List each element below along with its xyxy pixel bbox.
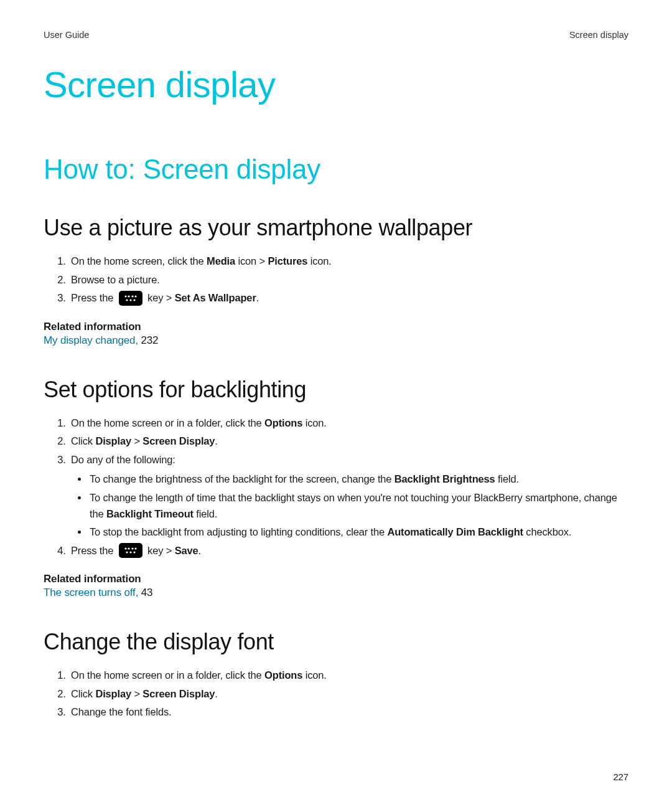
link-my-display-changed[interactable]: My display changed, bbox=[44, 334, 138, 346]
list-item: Press the key > Set As Wallpaper. bbox=[68, 290, 628, 307]
ui-ref-pictures: Pictures bbox=[268, 255, 307, 267]
ui-ref-options: Options bbox=[264, 417, 302, 428]
step-text: Press the bbox=[71, 545, 116, 556]
svg-point-5 bbox=[129, 299, 131, 301]
steps-list-display-font: On the home screen or in a folder, click… bbox=[44, 668, 628, 720]
svg-point-2 bbox=[131, 295, 133, 297]
ui-ref-screen-display: Screen Display bbox=[142, 435, 215, 446]
step-text: Click bbox=[71, 435, 95, 446]
step-text: On the home screen or in a folder, click… bbox=[71, 417, 264, 428]
svg-point-8 bbox=[128, 548, 129, 550]
step-text: key > bbox=[145, 292, 175, 303]
list-item: To change the length of time that the ba… bbox=[88, 490, 628, 522]
list-item: On the home screen or in a folder, click… bbox=[68, 668, 628, 684]
related-line: The screen turns off, 43 bbox=[44, 587, 628, 599]
step-text: . bbox=[215, 435, 217, 446]
svg-point-0 bbox=[124, 295, 126, 297]
step-text: > bbox=[131, 688, 142, 699]
page-number: 227 bbox=[613, 772, 628, 782]
list-item: Do any of the following: To change the b… bbox=[68, 452, 628, 540]
header-right: Screen display bbox=[569, 30, 628, 40]
running-header: User Guide Screen display bbox=[44, 30, 628, 40]
svg-point-7 bbox=[124, 548, 126, 550]
list-item: To change the brightness of the backligh… bbox=[88, 471, 628, 488]
blackberry-key-icon bbox=[119, 543, 142, 558]
step-text: icon. bbox=[302, 417, 326, 428]
step-text: icon > bbox=[235, 255, 268, 267]
svg-point-1 bbox=[128, 295, 129, 297]
step-text: . bbox=[215, 688, 217, 699]
step-text: . bbox=[198, 545, 201, 556]
related-line: My display changed, 232 bbox=[44, 334, 628, 347]
svg-point-10 bbox=[134, 548, 136, 550]
step-text: key > bbox=[145, 545, 175, 556]
header-left: User Guide bbox=[44, 30, 89, 40]
related-info-heading: Related information bbox=[44, 573, 628, 585]
step-text: . bbox=[256, 292, 259, 303]
section-heading: How to: Screen display bbox=[44, 154, 628, 185]
svg-point-13 bbox=[133, 552, 135, 554]
related-page-number: 232 bbox=[138, 334, 158, 346]
ui-ref-auto-dim-backlight: Automatically Dim Backlight bbox=[387, 526, 523, 537]
list-item: Click Display > Screen Display. bbox=[68, 433, 628, 450]
ui-ref-set-as-wallpaper: Set As Wallpaper bbox=[175, 292, 256, 303]
ui-ref-media: Media bbox=[207, 255, 235, 267]
step-text: Click bbox=[71, 688, 95, 699]
step-text: checkbox. bbox=[523, 526, 571, 537]
list-item: To stop the backlight from adjusting to … bbox=[88, 524, 628, 540]
step-text: Press the bbox=[71, 292, 116, 303]
step-text: field. bbox=[194, 508, 217, 519]
svg-point-4 bbox=[126, 299, 128, 301]
ui-ref-display: Display bbox=[95, 435, 131, 446]
related-page-number: 43 bbox=[138, 587, 152, 598]
link-screen-turns-off[interactable]: The screen turns off, bbox=[44, 587, 138, 598]
step-text: field. bbox=[495, 473, 519, 484]
ui-ref-display: Display bbox=[95, 688, 131, 699]
ui-ref-screen-display: Screen Display bbox=[142, 688, 215, 699]
list-item: Press the key > Save. bbox=[68, 543, 628, 560]
step-text: On the home screen, click the bbox=[71, 255, 207, 267]
topic-heading-wallpaper: Use a picture as your smartphone wallpap… bbox=[44, 215, 628, 241]
list-item: On the home screen, click the Media icon… bbox=[68, 253, 628, 270]
ui-ref-options: Options bbox=[264, 669, 302, 681]
ui-ref-save: Save bbox=[175, 545, 198, 556]
list-item: Click Display > Screen Display. bbox=[68, 686, 628, 702]
step-text: > bbox=[131, 435, 142, 446]
step-text: Do any of the following: bbox=[71, 454, 175, 465]
steps-list-wallpaper: On the home screen, click the Media icon… bbox=[44, 253, 628, 307]
ui-ref-backlight-timeout: Backlight Timeout bbox=[106, 508, 194, 519]
topic-heading-backlighting: Set options for backlighting bbox=[44, 377, 628, 403]
list-item: Browse to a picture. bbox=[68, 272, 628, 288]
step-text: icon. bbox=[302, 669, 326, 681]
svg-point-6 bbox=[133, 299, 135, 301]
list-item: On the home screen or in a folder, click… bbox=[68, 415, 628, 432]
bullet-list: To change the brightness of the backligh… bbox=[71, 471, 628, 540]
steps-list-backlighting: On the home screen or in a folder, click… bbox=[44, 415, 628, 560]
step-text: To stop the backlight from adjusting to … bbox=[90, 526, 387, 537]
svg-point-3 bbox=[134, 295, 136, 297]
blackberry-key-icon bbox=[119, 291, 142, 306]
related-info-heading: Related information bbox=[44, 321, 628, 333]
svg-point-12 bbox=[129, 552, 131, 554]
step-text: To change the brightness of the backligh… bbox=[90, 473, 394, 484]
step-text: icon. bbox=[307, 255, 331, 267]
svg-point-9 bbox=[131, 548, 133, 550]
list-item: Change the font fields. bbox=[68, 704, 628, 720]
topic-heading-display-font: Change the display font bbox=[44, 629, 628, 655]
ui-ref-backlight-brightness: Backlight Brightness bbox=[394, 473, 495, 484]
svg-point-11 bbox=[126, 552, 128, 554]
step-text: On the home screen or in a folder, click… bbox=[71, 669, 264, 681]
page-title: Screen display bbox=[44, 64, 628, 105]
